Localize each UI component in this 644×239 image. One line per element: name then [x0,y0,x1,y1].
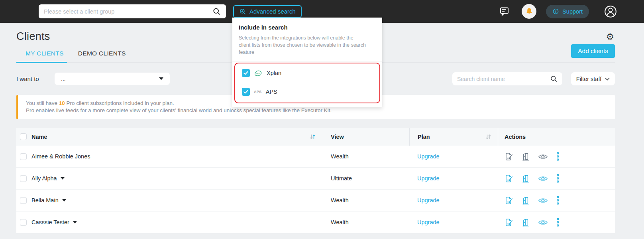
row-checkbox[interactable] [20,219,27,226]
support-label: Support [562,8,583,15]
chevron-down-icon [605,77,610,81]
sort-icon-plan[interactable] [485,134,491,140]
more-options-icon[interactable] [556,196,560,205]
advanced-search-button[interactable]: Advanced search [233,5,302,18]
i-want-to-value: ... [61,76,66,82]
panel-divider [232,61,382,61]
integration-option-xplan[interactable]: iress Xplan [235,69,379,77]
clients-table: Name View Plan [16,128,615,233]
view-cell: Wealth [323,153,409,160]
fact-find-edit-icon[interactable] [504,174,513,183]
controls-right-group: Filter staff [452,72,615,85]
zoom-in-icon [239,8,246,15]
header-name-cell: Name [31,134,323,140]
client-name-search-input[interactable] [457,76,550,82]
expand-caret-icon[interactable] [73,221,77,223]
checkbox-checked[interactable] [242,69,250,77]
header-actions-label: Actions [505,134,526,140]
client-portal-door-icon[interactable] [522,152,530,161]
table-row: Casssie Tester Wealth Upgrade [16,211,615,233]
tab-demo-clients[interactable]: DEMO CLIENTS [78,50,126,62]
profile-avatar-icon[interactable] [603,4,618,19]
client-name[interactable]: Aimee & Robbie Jones [31,153,90,160]
client-group-search[interactable] [39,4,226,18]
view-eye-icon[interactable] [538,175,548,182]
aps-logo-icon: APS [254,90,262,94]
expand-caret-icon[interactable] [61,177,65,180]
integration-option-aps[interactable]: APS APS [235,88,379,96]
support-button[interactable]: Support [546,5,589,18]
client-name[interactable]: Ally Alpha [31,175,65,182]
table-header-row: Name View Plan [16,128,615,146]
header-actions-cell: Actions [498,128,615,146]
filter-staff-label: Filter staff [576,76,601,82]
header-view-cell: View [323,134,409,140]
view-cell: Wealth [323,197,409,203]
view-cell: Wealth [323,219,409,225]
i-want-to-dropdown[interactable]: ... [55,73,170,85]
search-icon[interactable] [212,7,221,16]
header-plan-label: Plan [418,134,430,140]
row-checkbox[interactable] [20,197,27,204]
annotation-highlight-box: iress Xplan APS APS [234,63,380,103]
active-tab-underline [16,62,67,63]
messages-icon[interactable] [499,6,510,17]
iress-logo-icon: iress [254,70,263,77]
client-name[interactable]: Casssie Tester [31,219,77,225]
more-options-icon[interactable] [556,152,560,161]
view-eye-icon[interactable] [538,219,548,226]
row-checkbox[interactable] [20,153,27,160]
view-cell: Ultimate [323,175,409,182]
upgrade-link[interactable]: Upgrade [417,175,440,182]
header-plan-cell: Plan [409,128,498,146]
expand-caret-icon[interactable] [62,199,66,201]
svg-text:iress: iress [256,72,261,74]
table-row: Bella Main Wealth Upgrade [16,190,615,211]
filter-staff-button[interactable]: Filter staff [571,72,615,85]
settings-gear-icon[interactable]: ⚙ [606,32,614,41]
panel-title: Include in search [239,24,376,31]
panel-description: Selecting from the integrations below wi… [239,34,376,56]
upgrade-link[interactable]: Upgrade [417,153,440,160]
table-row: Ally Alpha Ultimate Upgrade [16,168,615,190]
more-options-icon[interactable] [556,174,560,183]
fact-find-edit-icon[interactable] [504,196,513,205]
notifications-bell-icon[interactable] [522,4,536,19]
notice-line-2: Pro enables live feeds for a more comple… [26,107,607,114]
client-name[interactable]: Bella Main [31,197,66,203]
advanced-search-label: Advanced search [249,8,296,15]
include-in-search-panel: Include in search Selecting from the int… [232,18,382,107]
integration-label-xplan: Xplan [267,70,281,76]
pro-count: 10 [59,100,65,106]
view-eye-icon[interactable] [538,197,548,204]
client-portal-door-icon[interactable] [522,196,530,205]
header-checkbox-cell [16,133,31,140]
info-icon [552,8,559,15]
fact-find-edit-icon[interactable] [504,152,513,161]
header-view-label: View [331,134,344,140]
fact-find-edit-icon[interactable] [504,218,513,227]
view-eye-icon[interactable] [538,153,548,160]
integration-label-aps: APS [266,89,277,95]
caret-down-icon [159,77,163,80]
client-name-search[interactable] [452,72,562,85]
sort-icon-name[interactable] [310,134,316,140]
row-checkbox[interactable] [20,175,27,182]
upgrade-link[interactable]: Upgrade [417,197,440,203]
select-all-checkbox[interactable] [20,133,27,140]
client-portal-door-icon[interactable] [522,218,530,227]
search-icon[interactable] [550,75,558,83]
more-options-icon[interactable] [556,218,560,227]
header-name-label: Name [31,134,47,140]
table-row: Aimee & Robbie Jones Wealth Upgrade [16,146,615,168]
client-group-search-input[interactable] [44,8,212,15]
client-portal-door-icon[interactable] [522,174,530,183]
tab-my-clients[interactable]: MY CLIENTS [26,50,64,62]
upgrade-link[interactable]: Upgrade [417,219,440,225]
checkbox-checked[interactable] [242,88,250,96]
i-want-to-label: I want to [16,75,55,82]
topbar-right-group: Support [499,4,644,19]
